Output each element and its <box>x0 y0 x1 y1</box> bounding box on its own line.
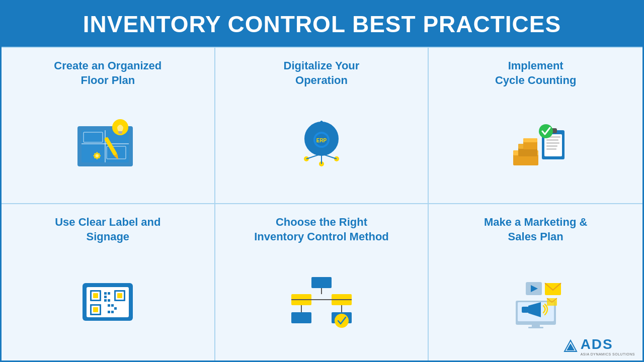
cell-marketing-plan-title: Make a Marketing &Sales Plan <box>484 215 587 244</box>
svg-rect-65 <box>104 292 107 295</box>
right-method-icon-area <box>286 250 357 351</box>
svg-rect-72 <box>114 307 117 310</box>
cell-right-method-title: Choose the RightInventory Control Method <box>254 215 389 244</box>
svg-rect-91 <box>528 327 543 328</box>
svg-rect-7 <box>118 131 122 133</box>
cell-cycle-counting: ImplementCycle Counting <box>429 48 642 204</box>
ads-logo-subtitle: Asia Dynamics Solutions <box>581 352 635 356</box>
svg-rect-93 <box>522 307 529 313</box>
marketing-icon <box>501 273 571 328</box>
cell-digitalize-title: Digitalize YourOperation <box>284 59 360 87</box>
svg-text:ERP: ERP <box>316 138 327 143</box>
svg-rect-66 <box>108 292 110 295</box>
floor-plan-icon-area <box>72 94 143 194</box>
cell-cycle-counting-title: ImplementCycle Counting <box>495 59 576 87</box>
cycle-counting-icon <box>501 116 571 171</box>
floor-plan-icon <box>72 116 143 171</box>
page-title: INVENTORY CONTROL BEST PRACTICES <box>17 11 627 38</box>
clear-label-icon-area <box>72 250 143 351</box>
svg-rect-70 <box>108 304 110 307</box>
svg-rect-61 <box>117 293 122 298</box>
svg-rect-64 <box>93 307 98 312</box>
cell-floor-plan: Create an OrganizedFloor Plan <box>2 48 215 204</box>
cell-clear-label-title: Use Clear Label andSignage <box>55 215 160 244</box>
svg-rect-76 <box>129 298 133 300</box>
svg-rect-69 <box>104 299 107 302</box>
method-icon <box>286 273 357 328</box>
cycle-counting-icon-area <box>501 94 571 194</box>
ads-logo-text: ADS <box>581 336 613 352</box>
svg-line-36 <box>306 154 321 159</box>
svg-rect-16 <box>99 155 101 157</box>
digitalize-icon-area: ERP <box>286 94 357 194</box>
svg-rect-8 <box>119 133 122 134</box>
svg-rect-13 <box>97 152 98 154</box>
svg-rect-51 <box>546 148 556 150</box>
svg-rect-68 <box>108 299 110 302</box>
svg-rect-44 <box>523 138 537 142</box>
ads-logo: ADS Asia Dynamics Solutions <box>564 336 635 356</box>
svg-rect-15 <box>94 155 96 157</box>
svg-rect-50 <box>546 145 557 147</box>
svg-rect-75 <box>83 298 87 300</box>
erp-icon: ERP <box>286 116 357 171</box>
svg-point-12 <box>96 154 99 157</box>
svg-line-38 <box>321 154 337 159</box>
svg-point-87 <box>335 314 349 328</box>
svg-rect-67 <box>104 296 107 298</box>
svg-rect-85 <box>291 312 311 323</box>
svg-rect-73 <box>108 311 110 313</box>
svg-rect-48 <box>546 139 558 141</box>
svg-rect-71 <box>111 304 114 307</box>
svg-rect-58 <box>93 293 98 298</box>
cell-right-method: Choose the RightInventory Control Method <box>215 204 429 360</box>
svg-rect-74 <box>111 311 114 313</box>
cell-clear-label: Use Clear Label andSignage <box>2 204 215 360</box>
label-icon <box>72 273 143 328</box>
svg-rect-49 <box>546 142 559 144</box>
page-wrapper: INVENTORY CONTROL BEST PRACTICES Create … <box>0 0 644 362</box>
cell-floor-plan-title: Create an OrganizedFloor Plan <box>54 59 162 87</box>
ads-logo-icon <box>564 339 578 353</box>
svg-point-53 <box>539 124 553 138</box>
marketing-plan-icon-area <box>501 250 571 351</box>
practices-grid: Create an OrganizedFloor Plan <box>2 47 642 360</box>
page-container: INVENTORY CONTROL BEST PRACTICES Create … <box>0 0 644 362</box>
cell-digitalize: Digitalize YourOperation <box>215 48 429 204</box>
svg-rect-77 <box>311 277 332 288</box>
page-header: INVENTORY CONTROL BEST PRACTICES <box>2 2 642 47</box>
svg-marker-99 <box>567 343 575 350</box>
svg-rect-14 <box>97 157 98 159</box>
